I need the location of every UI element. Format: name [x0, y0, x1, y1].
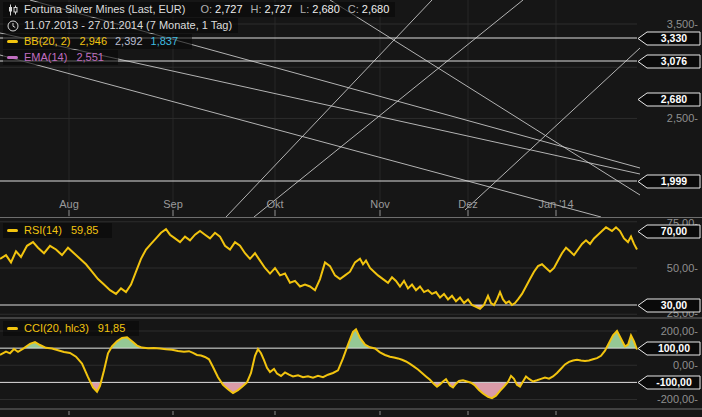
candlestick-icon	[7, 4, 19, 16]
ema-swatch-icon	[7, 56, 18, 59]
date-range: 11.07.2013 - 27.01.2014 (7 Monate, 1 Tag…	[24, 19, 232, 32]
instrument-row[interactable]: Fortuna Silver Mines (Last, EUR) O: 2,72…	[3, 2, 395, 17]
time-axis[interactable]	[0, 196, 637, 217]
low-label: L:	[300, 3, 309, 16]
ema-value: 2,551	[76, 51, 104, 64]
rsi-swatch-icon	[7, 229, 18, 232]
bb-indicator-row[interactable]: BB(20, 2) 2,946 2,392 1,837	[3, 34, 192, 49]
cci-swatch-icon	[7, 327, 18, 330]
close-value: 2,680	[362, 3, 390, 16]
bb-swatch-icon	[7, 40, 18, 43]
trading-chart-window: AugSepOktNovDezJan '14 Fortuna Silver Mi…	[0, 0, 702, 417]
bb-lower-value: 1,837	[151, 35, 179, 48]
close-label: C:	[348, 3, 359, 16]
open-label: O:	[200, 3, 212, 16]
rsi-value: 59,85	[71, 224, 99, 237]
date-range-row[interactable]: 11.07.2013 - 27.01.2014 (7 Monate, 1 Tag…	[3, 18, 238, 33]
rsi-legend: RSI(14) 59,85	[3, 223, 112, 239]
cci-name: CCI(20, hlc3)	[24, 322, 89, 335]
instrument-title: Fortuna Silver Mines (Last, EUR)	[24, 3, 185, 16]
rsi-name: RSI(14)	[24, 224, 62, 237]
low-value: 2,680	[312, 3, 340, 16]
bb-middle-value: 2,392	[115, 35, 143, 48]
bb-upper-value: 2,946	[79, 35, 107, 48]
bb-name: BB(20, 2)	[24, 35, 70, 48]
ema-name: EMA(14)	[24, 51, 67, 64]
ema-indicator-row[interactable]: EMA(14) 2,551	[3, 50, 118, 65]
rsi-indicator-row[interactable]: RSI(14) 59,85	[3, 223, 112, 238]
clock-icon	[7, 20, 19, 32]
high-value: 2,727	[265, 3, 293, 16]
cci-legend: CCI(20, hlc3) 91,85	[3, 321, 139, 337]
open-value: 2,727	[215, 3, 243, 16]
chart-legend: Fortuna Silver Mines (Last, EUR) O: 2,72…	[3, 2, 395, 66]
high-label: H:	[251, 3, 262, 16]
cci-value: 91,85	[98, 322, 126, 335]
price-scale[interactable]	[638, 0, 702, 409]
cci-indicator-row[interactable]: CCI(20, hlc3) 91,85	[3, 321, 139, 336]
